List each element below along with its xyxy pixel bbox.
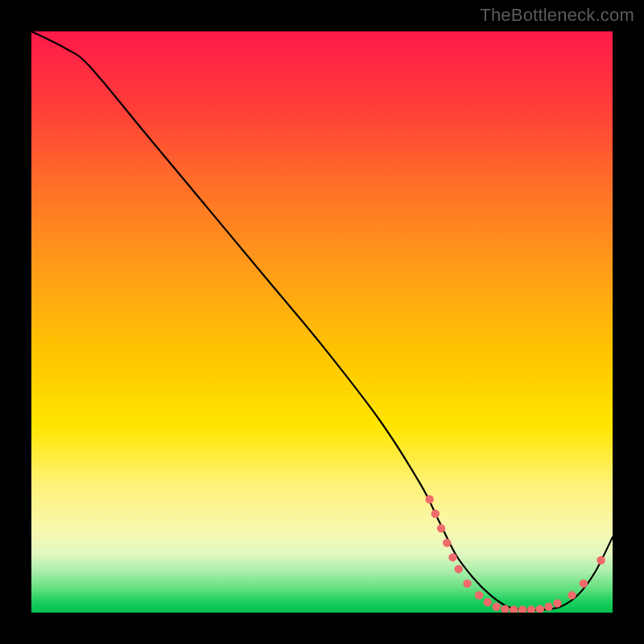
data-marker — [510, 605, 518, 613]
plot-area — [31, 31, 613, 613]
data-marker — [580, 580, 588, 588]
data-marker — [544, 603, 552, 611]
data-marker — [431, 510, 440, 518]
data-marker — [454, 565, 462, 573]
data-marker — [518, 605, 526, 613]
data-marker — [425, 495, 433, 503]
chart-svg — [31, 31, 613, 613]
chart-frame: TheBottleneck.com — [0, 0, 644, 644]
data-marker — [527, 605, 535, 613]
watermark-text: TheBottleneck.com — [480, 5, 634, 26]
data-marker — [437, 524, 445, 532]
data-marker — [448, 553, 456, 561]
data-marker — [443, 539, 451, 547]
data-marker — [536, 605, 544, 613]
curve-line — [31, 31, 613, 610]
data-marker — [463, 580, 471, 588]
data-marker — [597, 556, 605, 564]
data-marker — [568, 591, 576, 599]
data-marker — [492, 603, 500, 611]
data-marker — [553, 599, 561, 607]
data-marker — [484, 598, 492, 606]
data-marker — [475, 591, 483, 599]
